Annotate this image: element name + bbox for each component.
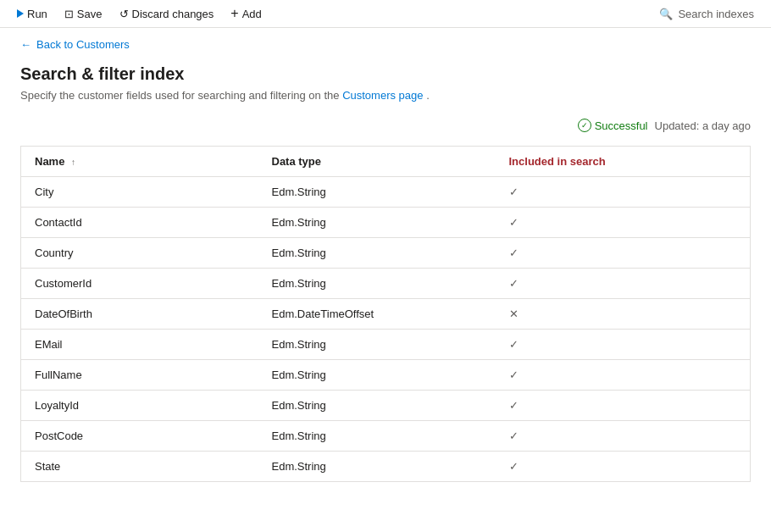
cell-included: ✓ [496,360,751,391]
table-row: CustomerIdEdm.String✓ [21,269,751,299]
cell-included: ✓ [496,238,751,269]
toolbar: Run ⊡ Save ↺ Discard changes + Add 🔍 Sea… [0,0,771,28]
table-header-row: Name ↑ Data type Included in search [21,147,751,177]
check-mark-icon: ✓ [509,247,519,259]
table-row: DateOfBirthEdm.DateTimeOffset✕ [21,299,751,330]
table-row: PostCodeEdm.String✓ [21,421,751,452]
search-indexes-button[interactable]: 🔍 Search indexes [652,4,761,24]
cell-name: EMail [21,330,258,360]
cell-included: ✓ [496,177,751,208]
table-row: LoyaltyIdEdm.String✓ [21,391,751,421]
cell-datatype: Edm.String [258,391,496,421]
cell-name: Country [21,238,258,269]
main-content: Search & filter index Specify the custom… [0,58,771,502]
search-indexes-label: Search indexes [678,8,754,20]
table-row: EMailEdm.String✓ [21,330,751,360]
table-row: ContactIdEdm.String✓ [21,208,751,238]
updated-text: Updated: a day ago [655,119,751,132]
cell-datatype: Edm.String [258,360,496,391]
cell-datatype: Edm.String [258,452,496,482]
cell-included: ✕ [496,299,751,330]
run-button[interactable]: Run [10,4,54,24]
cell-included: ✓ [496,208,751,238]
save-label: Save [77,8,103,20]
add-label: Add [242,8,262,20]
table-row: CityEdm.String✓ [21,177,751,208]
add-button[interactable]: + Add [224,3,268,24]
cell-included: ✓ [496,391,751,421]
run-icon [17,9,24,18]
discard-button[interactable]: ↺ Discard changes [113,4,221,24]
run-label: Run [27,8,47,20]
save-button[interactable]: ⊡ Save [58,4,109,24]
cell-included: ✓ [496,421,751,452]
check-mark-icon: ✓ [509,338,519,351]
success-icon [578,119,591,132]
page-title: Search & filter index [20,64,751,84]
cell-name: ContactId [21,208,258,238]
cell-name: LoyaltyId [21,391,258,421]
sort-icon: ↑ [71,158,75,167]
cell-datatype: Edm.String [258,208,496,238]
cell-included: ✓ [496,330,751,360]
cell-datatype: Edm.String [258,238,496,269]
page-subtitle: Specify the customer fields used for sea… [20,89,751,102]
save-icon: ⊡ [64,8,74,20]
customers-link[interactable]: Customers page [342,89,423,102]
cell-name: State [21,452,258,482]
check-mark-icon: ✓ [509,460,519,473]
status-text: Successful [595,119,648,132]
back-link-text: Back to Customers [36,38,130,51]
discard-icon: ↺ [119,8,129,20]
col-name-header[interactable]: Name ↑ [21,147,258,177]
subtitle-end: . [426,89,430,102]
status-bar: Successful Updated: a day ago [20,119,751,132]
table-row: CountryEdm.String✓ [21,238,751,269]
cell-datatype: Edm.DateTimeOffset [258,299,496,330]
cell-datatype: Edm.String [258,330,496,360]
cell-name: DateOfBirth [21,299,258,330]
cell-datatype: Edm.String [258,421,496,452]
check-mark-icon: ✓ [509,277,519,290]
discard-label: Discard changes [132,8,214,20]
check-mark-icon: ✓ [509,429,519,442]
status-success: Successful [578,119,648,132]
col-datatype-header[interactable]: Data type [258,147,496,177]
index-table: Name ↑ Data type Included in search City… [20,146,751,482]
cell-name: FullName [21,360,258,391]
back-arrow-icon: ← [20,38,31,51]
check-mark-icon: ✓ [509,186,519,198]
table-row: StateEdm.String✓ [21,452,751,482]
table-row: FullNameEdm.String✓ [21,360,751,391]
cell-name: PostCode [21,421,258,452]
col-included-header[interactable]: Included in search [496,147,751,177]
check-mark-icon: ✓ [509,216,519,229]
x-mark-icon: ✕ [509,308,519,320]
search-icon: 🔍 [659,8,673,20]
cell-included: ✓ [496,452,751,482]
subtitle-text: Specify the customer fields used for sea… [20,89,340,102]
cell-included: ✓ [496,269,751,299]
back-link[interactable]: ← Back to Customers [0,28,150,58]
add-icon: + [230,7,238,20]
check-mark-icon: ✓ [509,369,519,381]
cell-datatype: Edm.String [258,269,496,299]
cell-name: City [21,177,258,208]
check-mark-icon: ✓ [509,399,519,412]
cell-datatype: Edm.String [258,177,496,208]
cell-name: CustomerId [21,269,258,299]
